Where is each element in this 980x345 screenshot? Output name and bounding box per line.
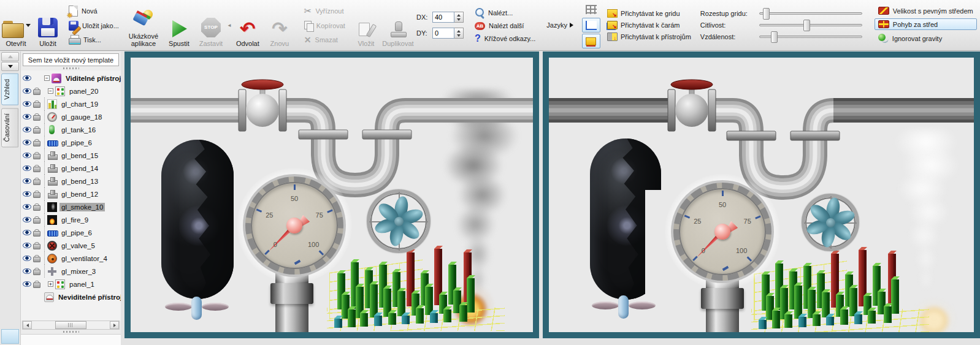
dy-spinner[interactable] [454, 28, 464, 39]
panel-dropdown-button[interactable] [1, 62, 19, 71]
tree-horizontal-scrollbar[interactable] [22, 320, 120, 330]
lock-icon[interactable] [33, 281, 39, 288]
fixed-center-size-button[interactable]: Velikost s pevným středem [875, 5, 977, 17]
snap-to-lines-button[interactable]: Přichytávat k čarám [605, 20, 693, 30]
eye-visibility-icon[interactable] [23, 191, 31, 197]
expand-box[interactable]: + [48, 281, 53, 287]
open-dropdown-arrow-icon[interactable] [26, 24, 31, 29]
eye-visibility-icon[interactable] [23, 165, 31, 171]
eye-visibility-icon[interactable] [23, 75, 31, 81]
tree-item-gl_bend_14[interactable]: gl_bend_14 [21, 162, 121, 175]
tab-vzhled[interactable]: Vzhled [1, 74, 18, 105]
languages-button[interactable]: Jazyky [544, 0, 578, 50]
tree-item-gl_bend_12[interactable]: gl_bend_12 [21, 188, 121, 200]
design-canvas-left[interactable]: 0255075100 [124, 51, 539, 338]
canvas-gauge[interactable]: 0255075100 [245, 176, 343, 275]
eye-visibility-icon[interactable] [23, 268, 31, 274]
snap-to-grid-button[interactable]: Přichytávat ke gridu [605, 9, 693, 18]
ignore-gravity-button[interactable]: Ignorovat gravity [875, 32, 977, 45]
lock-icon[interactable] [33, 216, 39, 224]
slider-track[interactable] [759, 36, 862, 38]
tree-item-gl_fire_9[interactable]: gl_fire_9 [21, 213, 121, 226]
eye-visibility-icon[interactable] [23, 217, 31, 222]
move-by-center-button[interactable]: Pohyb za střed [875, 18, 977, 30]
slider-thumb[interactable] [803, 20, 810, 31]
eye-visibility-icon[interactable] [23, 88, 31, 94]
lock-icon[interactable] [33, 191, 39, 198]
lock-icon[interactable] [33, 152, 39, 159]
dx-spinner[interactable] [454, 12, 464, 23]
collapse-box[interactable]: − [48, 88, 53, 94]
slider-thumb[interactable] [763, 8, 770, 20]
scroll-right-button[interactable] [110, 321, 119, 329]
save-as-button[interactable]: Uložit jako... [66, 20, 121, 32]
snap-to-instruments-button[interactable]: Přichytávat k přístrojům [605, 32, 693, 42]
tree-item-gl_chart_19[interactable]: gl_chart_19 [21, 97, 121, 110]
save-button[interactable]: Uložit [32, 0, 64, 50]
tree-item-viditeln-p-stroje[interactable]: −Viditelné přístroje [21, 72, 121, 85]
new-button[interactable]: Nová [66, 4, 121, 18]
slider-track[interactable] [759, 24, 862, 26]
tree-item-gl_gauge_18[interactable]: gl_gauge_18 [21, 110, 121, 123]
lock-icon[interactable] [33, 229, 39, 237]
lock-icon[interactable] [33, 88, 39, 95]
eye-visibility-icon[interactable] [23, 256, 31, 261]
lock-icon[interactable] [33, 165, 39, 172]
template-drop-hint[interactable]: Sem lze vložit nový template [23, 53, 119, 66]
canvas-chart[interactable] [751, 266, 929, 332]
tree-item-gl_valve_5[interactable]: gl_valve_5 [21, 239, 121, 252]
lock-icon[interactable] [33, 203, 39, 211]
tree-item-gl_smoke_10[interactable]: gl_smoke_10 [21, 200, 121, 213]
toggle-grid-button[interactable] [582, 2, 600, 17]
tree-item-gl_ventilator_4[interactable]: gl_ventilator_4 [21, 252, 121, 265]
undo-button[interactable]: ↶ Odvolat [232, 0, 264, 50]
toggle-window-button[interactable] [582, 34, 600, 48]
tree-item-gl_pipe_6[interactable]: gl_pipe_6 [21, 136, 121, 149]
eye-visibility-icon[interactable] [23, 243, 31, 248]
lock-icon[interactable] [33, 100, 39, 108]
eye-visibility-icon[interactable] [23, 204, 31, 210]
eye-visibility-icon[interactable] [23, 178, 31, 184]
tree-item-gl_bend_13[interactable]: gl_bend_13 [21, 175, 121, 188]
slider-thumb[interactable] [771, 31, 778, 43]
lock-icon[interactable] [33, 268, 39, 275]
tree-item-gl_tank_16[interactable]: gl_tank_16 [21, 123, 121, 136]
tree-item-gl_mixer_3[interactable]: gl_mixer_3 [21, 265, 121, 278]
cross-references-button[interactable]: ?Křížové odkazy... [472, 33, 538, 44]
open-button[interactable]: Otevřít [0, 0, 32, 50]
tree-item-panel_20[interactable]: −panel_20 [21, 85, 121, 97]
canvas-ventilator[interactable] [802, 194, 859, 251]
eye-visibility-icon[interactable] [23, 140, 31, 145]
slider-track[interactable] [759, 12, 862, 15]
lock-icon[interactable] [33, 126, 39, 134]
tab-casovani[interactable]: Časování [1, 108, 18, 147]
lock-icon[interactable] [33, 255, 39, 262]
scrollbar-thumb[interactable] [55, 321, 86, 329]
lock-icon[interactable] [33, 139, 39, 146]
splitter-handle[interactable] [21, 330, 121, 334]
tree-item-panel_1[interactable]: +panel_1 [21, 278, 121, 290]
dy-input[interactable] [432, 28, 454, 39]
eye-visibility-icon[interactable] [23, 101, 31, 107]
toggle-axes-button[interactable] [582, 18, 600, 32]
canvas-chart[interactable] [327, 265, 505, 331]
eye-visibility-icon[interactable] [23, 114, 31, 119]
lock-icon[interactable] [33, 242, 39, 249]
eye-visibility-icon[interactable] [23, 230, 31, 235]
tree-item-gl_pipe_6[interactable]: gl_pipe_6 [21, 226, 121, 239]
lock-icon[interactable] [33, 113, 39, 121]
design-canvas-right[interactable]: 0255075100 [543, 51, 980, 338]
find-button[interactable]: Nalézt... [472, 7, 538, 19]
lock-icon[interactable] [33, 178, 39, 185]
eye-visibility-icon[interactable] [23, 153, 31, 158]
run-button[interactable]: Spustit [163, 0, 195, 50]
dx-input[interactable] [432, 12, 454, 23]
collapse-box[interactable]: − [44, 75, 50, 81]
canvas-gauge[interactable]: 0255075100 [673, 183, 771, 281]
print-button[interactable]: Tisk... [66, 34, 121, 46]
tree-item-neviditeln-p-stroje[interactable]: Neviditelné přístroje [21, 290, 121, 303]
splitter-handle[interactable] [21, 66, 121, 70]
find-next-button[interactable]: ABNalézt další [472, 21, 538, 31]
sample-apps-button[interactable]: Ukázkové aplikace [128, 0, 159, 50]
eye-visibility-icon[interactable] [23, 281, 31, 287]
